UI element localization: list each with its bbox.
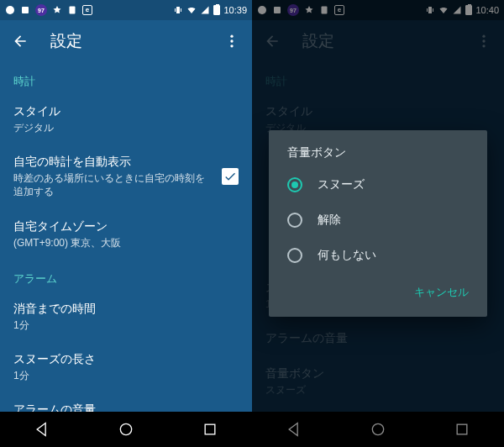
clock-time: 10:39 — [223, 5, 247, 15]
radio-selected-icon — [287, 177, 302, 192]
battery-icon — [213, 5, 220, 15]
svg-point-7 — [230, 39, 233, 42]
dialog-title: 音量ボタン — [269, 145, 487, 167]
item-home-timezone[interactable]: 自宅タイムゾーン (GMT+9:00) 東京、大阪 — [0, 209, 252, 260]
item-style[interactable]: スタイル デジタル — [0, 94, 252, 145]
radio-icon — [287, 213, 302, 228]
svg-rect-3 — [176, 7, 180, 13]
app-bar: 設定 — [0, 20, 252, 62]
item-auto-home-clock[interactable]: 自宅の時計を自動表示 時差のある場所にいるときに自宅の時刻を追加する — [0, 145, 252, 208]
back-icon[interactable] — [10, 31, 30, 51]
item-alarm-volume[interactable]: アラームの音量 — [0, 392, 252, 412]
notif-icon — [5, 5, 15, 15]
item-title: 消音までの時間 — [13, 302, 239, 317]
item-snooze-length[interactable]: スヌーズの長さ 1分 — [0, 342, 252, 392]
option-label: スヌーズ — [318, 177, 365, 192]
status-bar: 97 e 10:39 — [0, 0, 252, 20]
radio-icon — [287, 248, 302, 263]
nav-back-icon[interactable] — [32, 419, 52, 439]
section-clock: 時計 — [0, 62, 252, 94]
item-title: スタイル — [13, 104, 239, 119]
notif-icon — [52, 5, 62, 15]
vibrate-icon — [173, 5, 183, 15]
svg-rect-1 — [22, 7, 29, 13]
option-dismiss[interactable]: 解除 — [269, 202, 487, 238]
cancel-button[interactable]: キャンセル — [407, 280, 475, 305]
item-title: 自宅タイムゾーン — [13, 219, 239, 234]
nav-bar — [0, 412, 252, 447]
option-do-nothing[interactable]: 何もしない — [269, 238, 487, 273]
item-subtitle: 時差のある場所にいるときに自宅の時刻を追加する — [13, 171, 207, 198]
item-subtitle: 1分 — [13, 369, 239, 382]
notif-icon — [20, 5, 30, 15]
volume-buttons-dialog: 音量ボタン スヌーズ 解除 何もしない キャンセル — [269, 130, 487, 317]
overflow-icon[interactable] — [222, 31, 242, 51]
svg-rect-10 — [205, 424, 215, 434]
item-title: 自宅の時計を自動表示 — [13, 155, 207, 170]
svg-point-6 — [230, 35, 233, 38]
e-icon: e — [82, 5, 92, 15]
dialog-scrim[interactable]: 音量ボタン スヌーズ 解除 何もしない キャンセル — [252, 0, 504, 447]
checkbox-checked-icon[interactable] — [222, 168, 239, 185]
settings-list[interactable]: 時計 スタイル デジタル 自宅の時計を自動表示 時差のある場所にいるときに自宅の… — [0, 62, 252, 412]
svg-rect-4 — [175, 8, 176, 12]
nav-recent-icon[interactable] — [200, 419, 220, 439]
page-title: 設定 — [50, 30, 82, 52]
screen-settings: 97 e 10:39 設定 時計 スタイル デジタル 自宅の時計を自動表示 時差… — [0, 0, 252, 447]
item-subtitle: デジタル — [13, 121, 239, 134]
screen-settings-dialog: 97 e 10:40 設定 時計 スタイル デジタル スヌーズの長さ 1分 ア — [252, 0, 504, 447]
item-silence-after[interactable]: 消音までの時間 1分 — [0, 292, 252, 342]
svg-point-0 — [6, 6, 14, 14]
item-subtitle: 1分 — [13, 318, 239, 332]
option-label: 解除 — [318, 213, 341, 228]
item-subtitle: (GMT+9:00) 東京、大阪 — [13, 236, 239, 250]
item-title: アラームの音量 — [13, 402, 239, 412]
wifi-icon — [186, 5, 197, 15]
option-snooze[interactable]: スヌーズ — [269, 167, 487, 202]
battery-badge-icon: 97 — [35, 4, 47, 16]
notif-icon — [67, 5, 77, 15]
svg-point-8 — [230, 45, 233, 47]
item-title: スヌーズの長さ — [13, 352, 239, 367]
section-alarm: アラーム — [0, 260, 252, 292]
svg-point-9 — [120, 423, 131, 434]
svg-rect-5 — [181, 8, 181, 12]
svg-rect-2 — [70, 7, 76, 14]
nav-home-icon[interactable] — [116, 419, 136, 439]
option-label: 何もしない — [318, 248, 376, 263]
signal-icon — [200, 5, 210, 15]
